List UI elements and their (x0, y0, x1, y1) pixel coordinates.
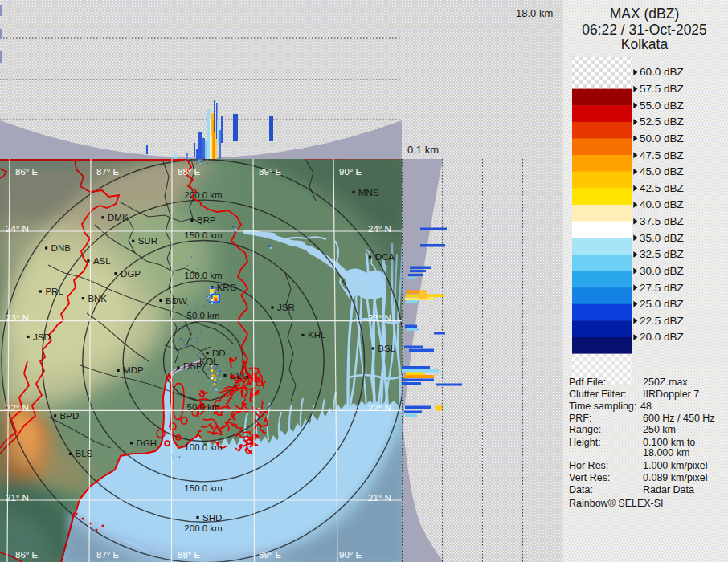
svg-text:50.0 km: 50.0 km (187, 311, 220, 320)
svg-text:Kolkata: Kolkata (621, 36, 669, 52)
svg-text:BLS: BLS (76, 449, 93, 458)
svg-text:BDW: BDW (166, 296, 187, 306)
svg-text:27.5 dBZ: 27.5 dBZ (640, 282, 684, 294)
svg-text:BNK: BNK (88, 294, 107, 303)
svg-text:Rainbow® SELEX-SI: Rainbow® SELEX-SI (569, 498, 664, 509)
svg-text:40.0 dBZ: 40.0 dBZ (640, 198, 684, 210)
svg-text:100.0 km: 100.0 km (184, 271, 222, 280)
svg-text:Hor Res:: Hor Res: (569, 460, 608, 471)
svg-text:DMK: DMK (108, 213, 129, 222)
svg-text:86° E: 86° E (15, 550, 39, 560)
svg-text:Vert Res:: Vert Res: (569, 472, 610, 483)
svg-text:30.0 dBZ: 30.0 dBZ (640, 265, 684, 277)
svg-text:06:22 / 31-Oct-2025: 06:22 / 31-Oct-2025 (582, 22, 707, 38)
svg-text:25.0 dBZ: 25.0 dBZ (640, 298, 684, 310)
svg-text:50.0 km: 50.0 km (187, 402, 220, 412)
svg-text:SUR: SUR (138, 236, 157, 246)
svg-text:88° E: 88° E (178, 167, 201, 177)
svg-text:200.0 km: 200.0 km (184, 523, 222, 533)
svg-text:Height:: Height: (569, 437, 601, 448)
svg-text:MDP: MDP (123, 365, 144, 375)
svg-text:50.0 dBZ: 50.0 dBZ (640, 132, 684, 145)
svg-text:250 km: 250 km (643, 424, 676, 435)
svg-text:21° N: 21° N (368, 493, 391, 503)
svg-text:Pdf File:: Pdf File: (569, 377, 606, 388)
svg-text:48: 48 (640, 401, 652, 412)
svg-text:KRG: KRG (217, 283, 237, 292)
svg-text:DGP: DGP (121, 269, 141, 279)
svg-text:150.0 km: 150.0 km (184, 230, 222, 240)
svg-text:Clutter Filter:: Clutter Filter: (569, 389, 627, 400)
svg-text:DNB: DNB (51, 243, 72, 253)
svg-text:DGH: DGH (137, 438, 157, 448)
svg-text:Data:: Data: (569, 484, 593, 495)
svg-text:60.0 dBZ: 60.0 dBZ (640, 66, 684, 78)
svg-text:22.5 dBZ: 22.5 dBZ (640, 315, 684, 327)
svg-text:57.5 dBZ: 57.5 dBZ (640, 83, 684, 95)
svg-text:Time sampling:: Time sampling: (569, 401, 636, 412)
svg-text:600 Hz / 450 Hz: 600 Hz / 450 Hz (643, 413, 715, 424)
svg-text:250Z.max: 250Z.max (643, 377, 688, 388)
svg-text:90° E: 90° E (339, 167, 362, 177)
svg-text:Radar Data: Radar Data (643, 484, 694, 495)
svg-text:24° N: 24° N (6, 224, 29, 234)
svg-text:JSD: JSD (33, 332, 51, 342)
svg-text:SHD: SHD (202, 513, 222, 523)
svg-text:BRP: BRP (197, 215, 216, 225)
svg-text:1.000 km/pixel: 1.000 km/pixel (643, 460, 708, 471)
svg-text:45.0 dBZ: 45.0 dBZ (640, 165, 684, 177)
svg-text:0.100 km to: 0.100 km to (643, 437, 695, 448)
svg-text:18.0 km: 18.0 km (516, 7, 553, 19)
svg-text:0.089 km/pixel: 0.089 km/pixel (643, 472, 708, 483)
svg-text:89° E: 89° E (259, 167, 282, 177)
svg-text:MNS: MNS (358, 188, 379, 198)
svg-text:20.0 dBZ: 20.0 dBZ (640, 331, 684, 343)
svg-text:Range:: Range: (569, 424, 601, 435)
svg-text:DCA: DCA (375, 252, 395, 262)
svg-text:KHL: KHL (308, 330, 326, 340)
svg-text:37.5 dBZ: 37.5 dBZ (640, 215, 684, 227)
svg-text:86° E: 86° E (15, 167, 39, 177)
svg-text:35.0 dBZ: 35.0 dBZ (640, 232, 684, 244)
svg-text:24° N: 24° N (368, 224, 391, 234)
svg-text:BPD: BPD (60, 411, 80, 421)
svg-text:JSR: JSR (277, 303, 295, 312)
svg-text:PRL: PRL (45, 287, 63, 296)
svg-text:MAX (dBZ): MAX (dBZ) (610, 6, 680, 22)
svg-text:BSL: BSL (378, 344, 395, 353)
svg-text:52.5 dBZ: 52.5 dBZ (640, 116, 684, 128)
svg-text:89° E: 89° E (259, 550, 282, 560)
svg-text:150.0 km: 150.0 km (184, 483, 222, 493)
svg-text:88° E: 88° E (178, 550, 201, 560)
svg-text:DBP: DBP (183, 361, 202, 371)
svg-text:90° E: 90° E (339, 550, 362, 560)
svg-text:0.1 km: 0.1 km (407, 144, 439, 156)
svg-text:55.0 dBZ: 55.0 dBZ (640, 100, 684, 112)
svg-text:23° N: 23° N (368, 313, 391, 323)
svg-text:22° N: 22° N (6, 403, 29, 413)
svg-text:IIRDoppler 7: IIRDoppler 7 (643, 389, 699, 400)
svg-text:47.5 dBZ: 47.5 dBZ (640, 149, 684, 161)
svg-text:PRF:: PRF: (569, 413, 591, 424)
svg-text:18.000 km: 18.000 km (643, 447, 689, 458)
svg-text:21° N: 21° N (6, 493, 29, 503)
svg-text:22° N: 22° N (368, 403, 391, 413)
svg-text:100.0 km: 100.0 km (184, 442, 222, 452)
svg-text:ASL: ASL (93, 256, 111, 266)
svg-text:87° E: 87° E (96, 550, 120, 560)
svg-text:87° E: 87° E (96, 167, 120, 177)
svg-text:42.5 dBZ: 42.5 dBZ (640, 182, 684, 194)
svg-text:200.0 km: 200.0 km (184, 190, 222, 200)
svg-text:23° N: 23° N (6, 313, 29, 323)
svg-text:CLG: CLG (230, 371, 249, 381)
svg-text:32.5 dBZ: 32.5 dBZ (640, 248, 684, 260)
